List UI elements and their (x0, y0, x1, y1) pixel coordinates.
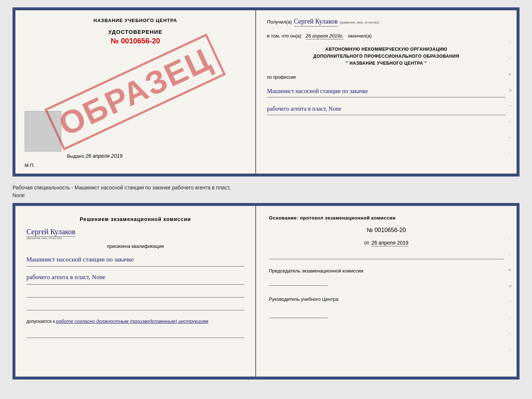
blank-line-right-1 (269, 251, 504, 259)
commission-title: Решением экзаменационной комиссии (26, 215, 244, 224)
admitted-val: работе согласно должностным (производств… (56, 318, 208, 324)
org-line2: ДОПОЛНИТЕЛЬНОГО ПРОФЕССИОНАЛЬНОГО ОБРАЗО… (267, 53, 506, 60)
right-dashes: ––и,а←––– (508, 40, 513, 156)
profession-line2: рабочего агента в пласт, None (267, 103, 506, 115)
issued-prefix: Выдано (67, 153, 84, 159)
qual-line2: рабочего агента в пласт, None (26, 270, 244, 284)
issued-line: Выдано 26 апреля 2019 (67, 153, 122, 159)
bottom-document: Решением экзаменационной комиссии Сергей… (12, 203, 520, 380)
blank-line-2 (26, 302, 244, 310)
basis-title: Основание: протокол экзаменационной коми… (269, 215, 504, 221)
date-prefix: в том, что он(а) (267, 33, 301, 39)
blank-line-3 (26, 330, 244, 338)
qual-line1: Машинист насосной станции по закачке (26, 253, 244, 267)
bottom-doc-right: Основание: протокол экзаменационной коми… (256, 206, 517, 377)
chairman-label: Председатель экзаменационной комиссии (269, 267, 504, 275)
recipient-line: Получил(а) Сергей Кулаков (фамилия, имя,… (267, 18, 506, 26)
admitted-label: допускается к работе согласно должностны… (26, 318, 244, 325)
org-block: АВТОНОМНУЮ НЕКОММЕРЧЕСКУЮ ОРГАНИЗАЦИЮ ДО… (267, 46, 506, 67)
top-document: НАЗВАНИЕ УЧЕБНОГО ЦЕНТРА УДОСТОВЕРЕНИЕ №… (12, 7, 520, 177)
org-line1: АВТОНОМНУЮ НЕКОММЕРЧЕСКУЮ ОРГАНИЗАЦИЮ (267, 46, 506, 53)
protocol-date: от 26 апреля 2019 (269, 240, 504, 246)
subtitle-line1: Рабочая специальность - Машинист насосно… (12, 184, 520, 192)
top-doc-left: НАЗВАНИЕ УЧЕБНОГО ЦЕНТРА УДОСТОВЕРЕНИЕ №… (15, 10, 256, 174)
assigned-label: присвоена квалификация (26, 243, 244, 249)
profession-line1: Машинист насосной станции по закачке (267, 85, 506, 97)
stamp-obrazec: ОБРАЗЕЦ (44, 33, 226, 150)
photo-placeholder (25, 111, 61, 152)
org-line3: " НАЗВАНИЕ УЧЕБНОГО ЦЕНТРА " (267, 60, 506, 67)
recipient-hint: (фамилия, имя, отчество) (339, 21, 379, 24)
person-hint: (фамилия, имя, отчество) (26, 236, 244, 240)
blank-line-1 (26, 289, 244, 298)
top-doc-title: НАЗВАНИЕ УЧЕБНОГО ЦЕНТРА (25, 18, 246, 23)
recipient-name: Сергей Кулаков (294, 18, 338, 26)
subtitle-block: Рабочая специальность - Машинист насосно… (12, 184, 520, 199)
date-suffix: окончил(а) (348, 33, 372, 39)
admitted-prefix: допускается к (26, 319, 55, 324)
right-dashes-bottom: ––и,а←––– (508, 235, 513, 352)
cert-label: УДОСТОВЕРЕНИЕ (25, 29, 246, 35)
subtitle-line2: None (12, 192, 520, 199)
chairman-sign-line (269, 278, 328, 286)
cert-number: № 0010656-20 (25, 37, 246, 45)
bottom-doc-left: Решением экзаменационной комиссии Сергей… (15, 206, 256, 377)
person-name-block: Сергей Кулаков (фамилия, имя, отчество) (26, 228, 244, 240)
protocol-date-prefix: от (364, 240, 369, 246)
date-line: в том, что он(а) 26 апреля 2019г. окончи… (267, 33, 506, 39)
head-label: Руководитель учебного Центра (269, 296, 504, 303)
protocol-date-val: 26 апреля 2019 (371, 240, 409, 246)
recipient-prefix: Получил(а) (267, 19, 292, 25)
profession-label: по профессии (267, 75, 506, 80)
mp-label: М.П. (25, 163, 35, 168)
top-doc-right: Получил(а) Сергей Кулаков (фамилия, имя,… (256, 10, 517, 174)
issued-date: 26 апреля 2019 (86, 153, 122, 159)
date-value: 26 апреля 2019г. (306, 33, 344, 39)
person-name: Сергей Кулаков (26, 228, 75, 237)
chairman-block: Председатель экзаменационной комиссии (269, 267, 504, 286)
head-sign-line (269, 310, 328, 318)
protocol-number: № 0010656-20 (269, 227, 504, 234)
